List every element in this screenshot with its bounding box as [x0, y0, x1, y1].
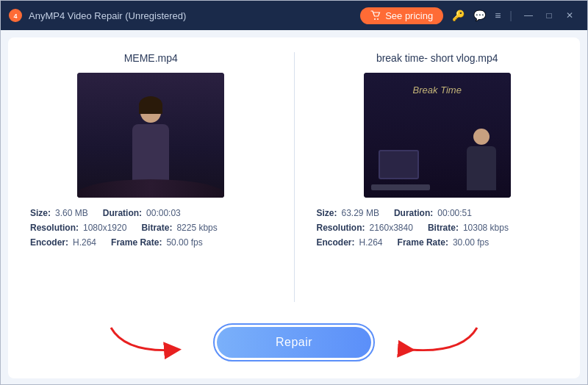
left-resolution-label: Resolution:	[30, 223, 79, 233]
left-info-row-2: Resolution: 1080x1920 Bitrate: 8225 kbps	[30, 223, 272, 233]
minimize-button[interactable]: —	[518, 5, 539, 26]
pricing-label: See pricing	[385, 10, 433, 21]
left-duration-item: Duration: 00:00:03	[103, 208, 181, 218]
right-info-row-1: Size: 63.29 MB Duration: 00:00:51	[317, 208, 559, 218]
left-file-info: Size: 3.60 MB Duration: 00:00:03 Resolut…	[30, 208, 272, 252]
break-time-text: Break Time	[413, 84, 462, 96]
right-encoder-label: Encoder:	[317, 237, 355, 248]
right-file-info: Size: 63.29 MB Duration: 00:00:51 Resolu…	[317, 208, 559, 252]
left-duration-value: 00:00:03	[146, 208, 181, 218]
repair-button[interactable]: Repair	[217, 327, 371, 358]
left-arrow-icon	[104, 320, 192, 357]
right-resolution-label: Resolution:	[317, 223, 365, 233]
right-size-item: Size: 63.29 MB	[317, 208, 379, 218]
right-info-row-3: Encoder: H.264 Frame Rate: 30.00 fps	[317, 237, 559, 248]
right-framerate-value: 30.00 fps	[453, 237, 489, 248]
toolbar-icons: 🔑 💬 ≡ |	[452, 10, 512, 21]
right-duration-item: Duration: 00:00:51	[394, 208, 472, 218]
separator: |	[509, 10, 512, 21]
left-bitrate-item: Bitrate: 8225 kbps	[141, 223, 217, 233]
right-person-figure	[467, 129, 496, 190]
window-title: AnyMP4 Video Repair (Unregistered)	[29, 10, 360, 21]
left-framerate-item: Frame Rate: 50.00 fps	[111, 237, 203, 248]
right-size-label: Size:	[317, 208, 337, 218]
repair-button-wrapper: Repair	[213, 323, 375, 361]
left-video-title: MEME.mp4	[124, 52, 178, 64]
left-size-label: Size:	[30, 208, 51, 218]
videos-row: MEME.mp4	[30, 52, 558, 302]
left-encoder-value: H.264	[73, 237, 96, 248]
left-resolution-item: Resolution: 1080x1920	[30, 223, 126, 233]
right-encoder-item: Encoder: H.264	[317, 237, 383, 248]
main-content: MEME.mp4	[8, 37, 580, 378]
left-encoder-label: Encoder:	[30, 237, 68, 248]
right-video-title: break time- short vlog.mp4	[376, 52, 498, 64]
right-resolution-item: Resolution: 2160x3840	[317, 223, 413, 233]
right-bitrate-label: Bitrate:	[428, 223, 459, 233]
left-video-panel: MEME.mp4	[30, 52, 295, 302]
left-info-row-3: Encoder: H.264 Frame Rate: 50.00 fps	[30, 237, 272, 248]
right-info-row-2: Resolution: 2160x3840 Bitrate: 10308 kbp…	[317, 223, 559, 233]
svg-point-3	[377, 18, 379, 20]
title-bar: 4 AnyMP4 Video Repair (Unregistered) See…	[1, 1, 587, 30]
menu-icon[interactable]: ≡	[495, 10, 501, 21]
right-framerate-item: Frame Rate: 30.00 fps	[398, 237, 490, 248]
chat-icon[interactable]: 💬	[473, 10, 486, 21]
window-controls: — □ ✕	[518, 5, 580, 26]
key-icon[interactable]: 🔑	[452, 10, 465, 21]
right-duration-label: Duration:	[394, 208, 433, 218]
close-button[interactable]: ✕	[559, 5, 580, 26]
left-video-thumbnail	[77, 73, 224, 198]
svg-point-2	[374, 18, 376, 20]
left-encoder-item: Encoder: H.264	[30, 237, 96, 248]
left-framerate-label: Frame Rate:	[111, 237, 162, 248]
svg-text:4: 4	[13, 12, 17, 20]
right-arrow-icon	[396, 320, 484, 357]
maximize-button[interactable]: □	[539, 5, 559, 26]
app-logo-icon: 4	[8, 8, 23, 23]
right-bitrate-item: Bitrate: 10308 kbps	[428, 223, 509, 233]
right-size-value: 63.29 MB	[342, 208, 379, 218]
right-duration-value: 00:00:51	[437, 208, 472, 218]
cart-icon	[370, 10, 381, 21]
right-resolution-value: 2160x3840	[370, 223, 413, 233]
right-video-panel: break time- short vlog.mp4 Break Time	[295, 52, 559, 302]
left-info-row-1: Size: 3.60 MB Duration: 00:00:03	[30, 208, 272, 218]
left-resolution-value: 1080x1920	[83, 223, 126, 233]
desk-shape	[371, 184, 430, 190]
see-pricing-button[interactable]: See pricing	[360, 7, 443, 24]
right-video-thumbnail: Break Time	[364, 73, 511, 198]
left-size-item: Size: 3.60 MB	[30, 208, 88, 218]
right-framerate-label: Frame Rate:	[398, 237, 448, 248]
left-bitrate-label: Bitrate:	[141, 223, 172, 233]
left-framerate-value: 50.00 fps	[166, 237, 202, 248]
right-encoder-value: H.264	[359, 237, 383, 248]
left-duration-label: Duration:	[103, 208, 142, 218]
left-size-value: 3.60 MB	[55, 208, 88, 218]
left-bitrate-value: 8225 kbps	[176, 223, 217, 233]
repair-area: Repair	[30, 317, 558, 368]
person-figure-left	[132, 102, 169, 183]
right-bitrate-value: 10308 kbps	[463, 223, 509, 233]
